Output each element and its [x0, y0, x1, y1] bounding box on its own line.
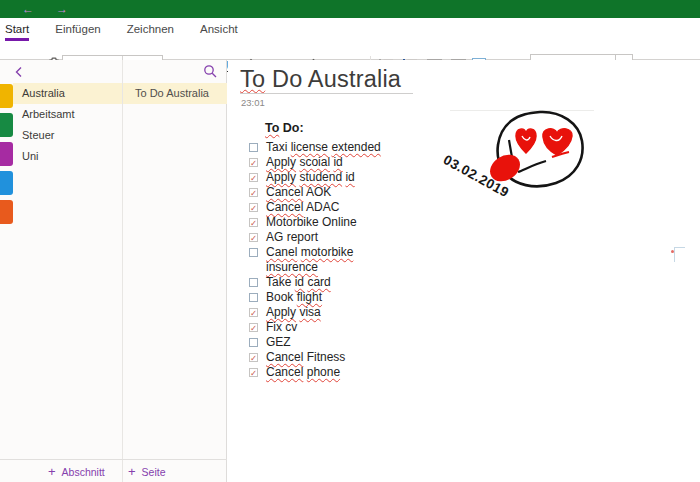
plus-icon: + [128, 464, 136, 479]
todo-text[interactable]: Take id card [266, 275, 331, 290]
section-color-tab[interactable] [0, 113, 13, 137]
todo-word: AG report [266, 230, 318, 244]
todo-word: Cancel [266, 350, 303, 364]
note-canvas[interactable]: To Do Australia 23:01 To Do: Taxi licens… [228, 60, 700, 482]
section-color-tab[interactable] [0, 142, 13, 166]
todo-word: extended [331, 140, 380, 154]
todo-item: ✓ Cancel AOK [249, 185, 381, 200]
todo-checkbox[interactable] [249, 338, 258, 347]
todo-checkbox-checked[interactable]: ✓ [249, 308, 258, 317]
todo-text[interactable]: Apply visa [266, 305, 321, 320]
add-section-button[interactable]: + Abschnitt [48, 464, 105, 479]
todo-word: Fitness [303, 350, 345, 364]
todo-word: Motorbike Online [266, 215, 357, 229]
todo-item: ✓ Fix cv [249, 320, 381, 335]
onenote-window: ← → StartEinfügenZeichnenAnsicht Calibri… [0, 0, 700, 482]
todo-word: motorbike [301, 245, 354, 259]
todo-word: insurence [266, 260, 318, 274]
ribbon-tab-zeichnen[interactable]: Zeichnen [127, 20, 186, 40]
plus-icon: + [48, 464, 56, 479]
collapse-sidebar-icon[interactable] [13, 65, 25, 79]
add-page-button[interactable]: + Seite [128, 464, 166, 479]
section-color-tab[interactable] [0, 171, 13, 195]
todo-word: id [333, 155, 342, 169]
todo-item: ✓ Motorbike Online [249, 215, 381, 230]
todo-word: Cancel [266, 365, 303, 379]
todo-text[interactable]: AG report [266, 230, 318, 245]
todo-word: Taxi [266, 140, 291, 154]
todo-checkbox-checked[interactable]: ✓ [249, 203, 258, 212]
todo-checkbox-checked[interactable]: ✓ [249, 323, 258, 332]
todo-checkbox-checked[interactable]: ✓ [249, 158, 258, 167]
sidebar-section-australia[interactable]: Australia [13, 83, 122, 104]
todo-word: Apply [266, 305, 296, 319]
ribbon-tab-label: Einfügen [55, 23, 100, 38]
todo-checkbox[interactable] [249, 248, 258, 257]
ribbon-tab-ansicht[interactable]: Ansicht [200, 20, 250, 40]
todo-checkbox[interactable] [249, 143, 258, 152]
back-arrow-icon[interactable]: ← [22, 1, 34, 17]
todo-item: Take id card [249, 275, 381, 290]
todo-list: Taxi license extended ✓ Apply scoial id … [249, 140, 381, 380]
todo-text[interactable]: Cancel Fitness [266, 350, 345, 365]
todo-item: GEZ [249, 335, 381, 350]
todo-checkbox-checked[interactable]: ✓ [249, 173, 258, 182]
todo-item: ✓ Apply visa [249, 305, 381, 320]
todo-word: AOK [303, 185, 331, 199]
title-bar: ← → [0, 0, 700, 18]
todo-text[interactable]: Taxi license extended [266, 140, 381, 155]
sidebar-section-steuer[interactable]: Steuer [13, 125, 122, 146]
todo-checkbox-checked[interactable]: ✓ [249, 188, 258, 197]
todo-word: ADAC [303, 200, 339, 214]
todo-text[interactable]: Canel motorbike insurence [266, 245, 353, 275]
todo-item: Taxi license extended [249, 140, 381, 155]
ribbon-tab-einfügen[interactable]: Einfügen [55, 20, 112, 40]
todo-checkbox-checked[interactable]: ✓ [249, 353, 258, 362]
todo-text[interactable]: Motorbike Online [266, 215, 357, 230]
todo-text[interactable]: Apply studend id [266, 170, 355, 185]
search-icon[interactable] [203, 64, 218, 79]
todo-text[interactable]: Book flight [266, 290, 322, 305]
todo-word: Take [266, 275, 295, 289]
section-color-tab[interactable] [0, 200, 13, 224]
section-color-tab[interactable] [0, 84, 13, 108]
todo-checkbox-checked[interactable]: ✓ [249, 233, 258, 242]
todo-item: ✓ Apply studend id [249, 170, 381, 185]
todo-word: GEZ [266, 335, 291, 349]
todo-word: Cancel [266, 200, 303, 214]
page-title[interactable]: To Do Australia [240, 66, 401, 93]
todo-word: Canel [266, 245, 297, 259]
todo-item: Canel motorbike insurence [249, 245, 381, 275]
todo-word: id [295, 275, 304, 289]
todo-text[interactable]: Apply scoial id [266, 155, 343, 170]
todo-word: Book [266, 290, 297, 304]
text-word: Do: [279, 121, 303, 135]
ribbon-tab-label: Zeichnen [127, 23, 174, 38]
sidebar-section-uni[interactable]: Uni [13, 146, 122, 167]
todo-checkbox-checked[interactable]: ✓ [249, 218, 258, 227]
todo-checkbox[interactable] [249, 293, 258, 302]
forward-arrow-icon[interactable]: → [56, 1, 68, 17]
ribbon-tabs: StartEinfügenZeichnenAnsicht [5, 20, 264, 40]
todo-word: visa [299, 305, 320, 319]
todo-checkbox[interactable] [249, 278, 258, 287]
todo-text[interactable]: Cancel AOK [266, 185, 331, 200]
ribbon-tab-start[interactable]: Start [5, 20, 29, 40]
todo-word: Apply [266, 170, 296, 184]
todo-text[interactable]: Cancel phone [266, 365, 340, 380]
sidebar-section-arbeitsamt[interactable]: Arbeitsamt [13, 104, 122, 125]
todo-word: Cancel [266, 185, 303, 199]
sidebar-column-divider [122, 60, 123, 482]
todo-word: flight [297, 290, 322, 304]
todo-text[interactable]: Cancel ADAC [266, 200, 339, 215]
todo-text[interactable]: GEZ [266, 335, 291, 350]
todo-word: license [291, 140, 328, 154]
todo-heading[interactable]: To Do: [265, 121, 304, 135]
todo-text[interactable]: Fix cv [266, 320, 297, 335]
ribbon: StartEinfügenZeichnenAnsicht Calibri 11 … [0, 18, 700, 60]
sidebar-bottom-bar: + Abschnitt + Seite [0, 459, 227, 482]
todo-checkbox-checked[interactable]: ✓ [249, 368, 258, 377]
sidebar-page-item[interactable]: To Do Australia [123, 83, 227, 104]
todo-item: ✓ AG report [249, 230, 381, 245]
text-word: To [265, 121, 279, 135]
